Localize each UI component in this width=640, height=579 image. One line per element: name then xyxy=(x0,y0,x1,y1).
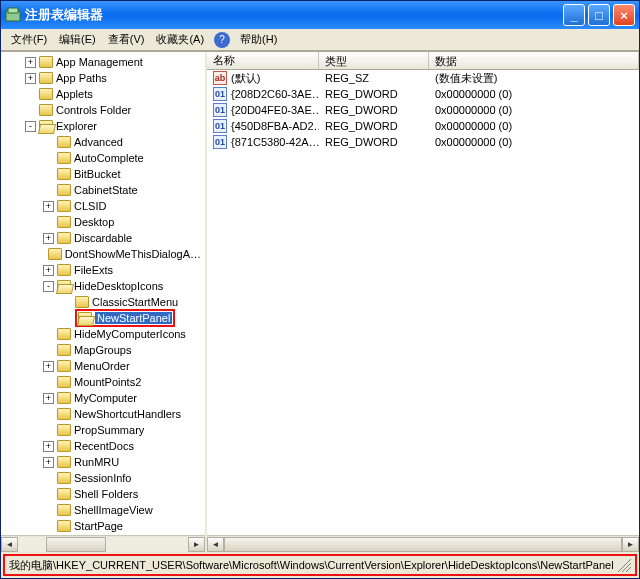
scroll-right-button[interactable]: ► xyxy=(188,537,205,552)
list-header: 名称 类型 数据 xyxy=(207,52,639,70)
scroll-track[interactable] xyxy=(18,537,188,552)
reg-binary-icon: 01 xyxy=(213,103,227,117)
tree-item[interactable]: MapGroups xyxy=(1,342,205,358)
menu-view[interactable]: 查看(V) xyxy=(102,30,151,49)
tree-item[interactable]: +App Management xyxy=(1,54,205,70)
tree-item[interactable]: NewStartPanel xyxy=(1,310,205,326)
tree-item-label: RecentDocs xyxy=(74,440,134,452)
expand-icon[interactable]: + xyxy=(43,441,54,452)
tree-item[interactable]: ClassicStartMenu xyxy=(1,294,205,310)
values-pane: 名称 类型 数据 ab(默认)REG_SZ(数值未设置)01{208D2C60-… xyxy=(207,52,639,552)
folder-icon xyxy=(57,456,71,468)
resize-grip-icon[interactable] xyxy=(617,558,631,572)
expand-spacer xyxy=(61,297,72,308)
reg-binary-icon: 01 xyxy=(213,87,227,101)
collapse-icon[interactable]: - xyxy=(25,121,36,132)
tree-item[interactable]: Applets xyxy=(1,86,205,102)
reg-string-icon: ab xyxy=(213,71,227,85)
tree-item[interactable]: AutoComplete xyxy=(1,150,205,166)
collapse-icon[interactable]: - xyxy=(43,281,54,292)
titlebar[interactable]: 注册表编辑器 _ □ × xyxy=(1,1,639,29)
minimize-button[interactable]: _ xyxy=(563,4,585,26)
folder-icon xyxy=(39,88,53,100)
expand-icon[interactable]: + xyxy=(25,73,36,84)
maximize-button[interactable]: □ xyxy=(588,4,610,26)
menu-favorites[interactable]: 收藏夹(A) xyxy=(150,30,210,49)
tree-item[interactable]: +CLSID xyxy=(1,198,205,214)
tree-hscroll[interactable]: ◄ ► xyxy=(1,535,205,552)
expand-icon[interactable]: + xyxy=(43,265,54,276)
folder-icon xyxy=(78,312,92,324)
expand-icon[interactable]: + xyxy=(43,233,54,244)
col-type[interactable]: 类型 xyxy=(319,52,429,69)
list-row[interactable]: 01{20D04FE0-3AE…REG_DWORD0x00000000 (0) xyxy=(207,102,639,118)
folder-icon xyxy=(39,56,53,68)
expand-icon[interactable]: + xyxy=(43,393,54,404)
tree-item[interactable]: +RecentDocs xyxy=(1,438,205,454)
expand-spacer xyxy=(43,521,54,532)
scroll-left-button[interactable]: ◄ xyxy=(1,537,18,552)
expand-spacer xyxy=(43,505,54,516)
col-name[interactable]: 名称 xyxy=(207,52,319,69)
value-data: 0x00000000 (0) xyxy=(429,136,639,148)
scroll-right-button[interactable]: ► xyxy=(622,537,639,552)
expand-icon[interactable]: + xyxy=(25,57,36,68)
tree-item[interactable]: +RunMRU xyxy=(1,454,205,470)
folder-icon xyxy=(57,360,71,372)
value-data: 0x00000000 (0) xyxy=(429,104,639,116)
tree-item[interactable]: StartPage xyxy=(1,518,205,534)
scroll-left-button[interactable]: ◄ xyxy=(207,537,224,552)
list-row[interactable]: 01{208D2C60-3AE…REG_DWORD0x00000000 (0) xyxy=(207,86,639,102)
value-name: (默认) xyxy=(231,71,260,86)
tree-item[interactable]: CabinetState xyxy=(1,182,205,198)
content-area: +App Management+App PathsAppletsControls… xyxy=(1,51,639,552)
tree-item[interactable]: Shell Folders xyxy=(1,486,205,502)
tree-item[interactable]: -HideDesktopIcons xyxy=(1,278,205,294)
tree-item[interactable]: +Discardable xyxy=(1,230,205,246)
tree-item[interactable]: BitBucket xyxy=(1,166,205,182)
tree-item-label: RunMRU xyxy=(74,456,119,468)
list-body[interactable]: ab(默认)REG_SZ(数值未设置)01{208D2C60-3AE…REG_D… xyxy=(207,70,639,535)
list-row[interactable]: 01{450D8FBA-AD2…REG_DWORD0x00000000 (0) xyxy=(207,118,639,134)
menu-edit[interactable]: 编辑(E) xyxy=(53,30,102,49)
menu-file[interactable]: 文件(F) xyxy=(5,30,53,49)
tree-item-label: NewStartPanel xyxy=(95,312,172,324)
tree-item[interactable]: Advanced xyxy=(1,134,205,150)
folder-icon xyxy=(39,72,53,84)
expand-spacer xyxy=(25,89,36,100)
tree-item[interactable]: -Explorer xyxy=(1,118,205,134)
folder-icon xyxy=(57,488,71,500)
tree-item[interactable]: SessionInfo xyxy=(1,470,205,486)
list-hscroll[interactable]: ◄ ► xyxy=(207,535,639,552)
list-row[interactable]: 01{871C5380-42A…REG_DWORD0x00000000 (0) xyxy=(207,134,639,150)
list-row[interactable]: ab(默认)REG_SZ(数值未设置) xyxy=(207,70,639,86)
menubar: 文件(F) 编辑(E) 查看(V) 收藏夹(A) ? 帮助(H) xyxy=(1,29,639,51)
col-data[interactable]: 数据 xyxy=(429,52,639,69)
tree-item[interactable]: +MyComputer xyxy=(1,390,205,406)
expand-icon[interactable]: + xyxy=(43,201,54,212)
close-button[interactable]: × xyxy=(613,4,635,26)
tree-item[interactable]: HideMyComputerIcons xyxy=(1,326,205,342)
scroll-track[interactable] xyxy=(224,537,622,552)
folder-icon xyxy=(75,296,89,308)
tree-item[interactable]: +App Paths xyxy=(1,70,205,86)
tree-item[interactable]: DontShowMeThisDialogA… xyxy=(1,246,205,262)
tree-item[interactable]: NewShortcutHandlers xyxy=(1,406,205,422)
registry-tree[interactable]: +App Management+App PathsAppletsControls… xyxy=(1,52,205,535)
tree-item-label: StartPage xyxy=(74,520,123,532)
tree-item[interactable]: Controls Folder xyxy=(1,102,205,118)
tree-item-label: Advanced xyxy=(74,136,123,148)
value-type: REG_DWORD xyxy=(319,120,429,132)
tree-item[interactable]: +MenuOrder xyxy=(1,358,205,374)
expand-icon[interactable]: + xyxy=(43,361,54,372)
expand-icon[interactable]: + xyxy=(43,457,54,468)
tree-item[interactable]: Desktop xyxy=(1,214,205,230)
scroll-thumb[interactable] xyxy=(224,537,622,552)
folder-icon xyxy=(57,168,71,180)
tree-item[interactable]: MountPoints2 xyxy=(1,374,205,390)
scroll-thumb[interactable] xyxy=(46,537,106,552)
tree-item[interactable]: +FileExts xyxy=(1,262,205,278)
tree-item[interactable]: ShellImageView xyxy=(1,502,205,518)
menu-help[interactable]: 帮助(H) xyxy=(234,30,283,49)
tree-item[interactable]: PropSummary xyxy=(1,422,205,438)
